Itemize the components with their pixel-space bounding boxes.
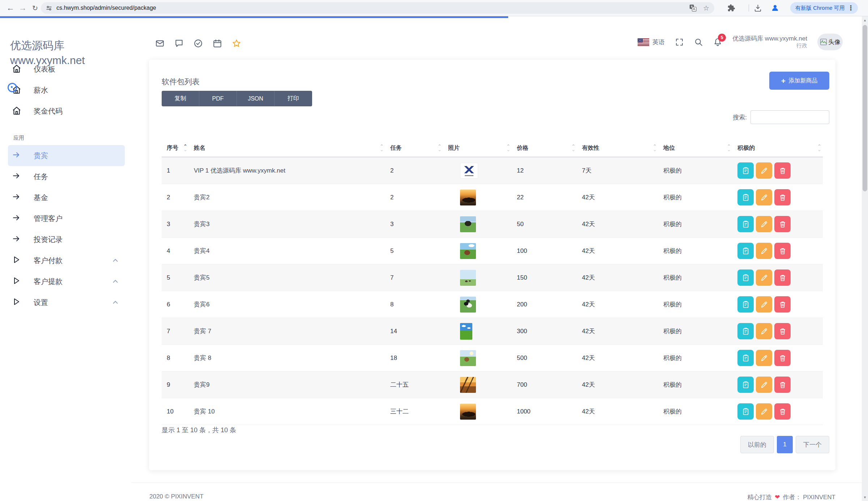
copy-button[interactable]: 复制 bbox=[162, 91, 199, 106]
column-header-姓名[interactable]: 姓名⌃⌄ bbox=[189, 139, 385, 157]
delete-button[interactable] bbox=[774, 269, 791, 286]
cell-serial: 7 bbox=[162, 318, 189, 345]
row-photo-holstein-cow bbox=[460, 297, 476, 313]
sidebar-item-客户提款[interactable]: 客户提款 bbox=[8, 271, 125, 292]
notifications-button[interactable]: 5 bbox=[713, 38, 722, 47]
edit-button[interactable] bbox=[756, 350, 772, 366]
user-menu[interactable]: 优选源码库 www.yxymk.net 行政 bbox=[732, 35, 807, 49]
address-bar[interactable]: cs.hwym.shop/admin/secured/package ☆ bbox=[41, 2, 714, 14]
delete-button[interactable] bbox=[774, 350, 791, 366]
forward-icon[interactable]: → bbox=[17, 0, 29, 16]
column-label: 积极的 bbox=[737, 145, 755, 151]
delete-button[interactable] bbox=[774, 323, 791, 339]
chat-icon[interactable] bbox=[174, 39, 184, 48]
clipboard-button[interactable] bbox=[737, 350, 754, 366]
language-selector[interactable]: 英语 bbox=[638, 38, 665, 46]
cell-status: 积极的 bbox=[658, 318, 732, 345]
delete-button[interactable] bbox=[774, 243, 791, 259]
calendar-icon[interactable] bbox=[213, 39, 222, 48]
scroll-down-arrow[interactable]: ▼ bbox=[862, 494, 868, 500]
json-button[interactable]: JSON bbox=[237, 91, 275, 106]
edit-button[interactable] bbox=[756, 189, 772, 205]
table-header-row: 序号⌃⌄姓名⌃⌄任务⌃⌄照片⌃⌄价格⌃⌄有效性⌃⌄地位⌃⌄积极的⌃⌄ bbox=[162, 139, 823, 157]
clipboard-button[interactable] bbox=[737, 377, 754, 393]
sidebar-item-客户付款[interactable]: 客户付款 bbox=[8, 250, 125, 271]
clipboard-button[interactable] bbox=[737, 269, 754, 286]
fullscreen-icon[interactable] bbox=[675, 38, 684, 47]
cell-name: 贵宾2 bbox=[189, 184, 385, 211]
trash-icon bbox=[779, 381, 787, 389]
column-header-任务[interactable]: 任务⌃⌄ bbox=[385, 139, 443, 157]
pdf-button[interactable]: PDF bbox=[199, 91, 237, 106]
search-input[interactable] bbox=[750, 110, 829, 124]
column-header-地位[interactable]: 地位⌃⌄ bbox=[658, 139, 732, 157]
download-icon[interactable] bbox=[752, 0, 764, 16]
table-body: 1VIP 1 优选源码库 www.yxymk.net2127天积极的2贵宾222… bbox=[162, 157, 823, 425]
previous-page-button[interactable]: 以前的 bbox=[740, 436, 774, 453]
scroll-up-arrow[interactable]: ▲ bbox=[862, 17, 868, 23]
clipboard-button[interactable] bbox=[737, 323, 754, 339]
back-icon[interactable]: ← bbox=[4, 0, 17, 16]
star-icon[interactable] bbox=[232, 39, 241, 48]
bookmark-star-icon[interactable]: ☆ bbox=[703, 4, 709, 12]
column-header-价格[interactable]: 价格⌃⌄ bbox=[512, 139, 577, 157]
sidebar-item-管理客户[interactable]: 管理客户 bbox=[8, 208, 125, 229]
edit-button[interactable] bbox=[756, 296, 772, 313]
delete-button[interactable] bbox=[774, 403, 791, 420]
extensions-icon[interactable] bbox=[725, 0, 737, 16]
delete-button[interactable] bbox=[774, 216, 791, 232]
edit-button[interactable] bbox=[756, 243, 772, 259]
edit-button[interactable] bbox=[756, 216, 772, 232]
delete-button[interactable] bbox=[774, 189, 791, 205]
edit-button[interactable] bbox=[756, 269, 772, 286]
chrome-update-button[interactable]: 有新版 Chrome 可用 ⋮ bbox=[790, 2, 858, 14]
add-product-button[interactable]: + 添加新商品 bbox=[769, 72, 829, 90]
window-scrollbar[interactable]: ▲ ▼ bbox=[862, 16, 868, 501]
sidebar-item-薪水[interactable]: 薪水 bbox=[8, 80, 125, 101]
profile-icon[interactable] bbox=[769, 0, 781, 16]
current-page-button[interactable]: 1 bbox=[777, 436, 793, 453]
menu-dots-icon[interactable]: ⋮ bbox=[848, 5, 854, 11]
column-header-照片[interactable]: 照片⌃⌄ bbox=[443, 139, 512, 157]
check-circle-icon[interactable] bbox=[193, 39, 203, 48]
sidebar-item-奖金代码[interactable]: 奖金代码 bbox=[8, 101, 125, 122]
clipboard-button[interactable] bbox=[737, 189, 754, 205]
clipboard-button[interactable] bbox=[737, 403, 754, 420]
clipboard-button[interactable] bbox=[737, 243, 754, 259]
sidebar-item-任务[interactable]: 任务 bbox=[8, 166, 125, 187]
column-header-有效性[interactable]: 有效性⌃⌄ bbox=[577, 139, 658, 157]
table-row: 2贵宾222242天积极的 bbox=[162, 184, 823, 211]
cell-photo bbox=[443, 264, 512, 291]
site-info-icon[interactable] bbox=[46, 5, 52, 11]
chevron-up-icon bbox=[112, 280, 118, 283]
edit-button[interactable] bbox=[756, 377, 772, 393]
clipboard-button[interactable] bbox=[737, 162, 754, 179]
scrollbar-thumb[interactable] bbox=[863, 25, 867, 191]
edit-button[interactable] bbox=[756, 403, 772, 420]
column-header-序号[interactable]: 序号⌃⌄ bbox=[162, 139, 189, 157]
column-header-积极的[interactable]: 积极的⌃⌄ bbox=[732, 139, 823, 157]
clipboard-button[interactable] bbox=[737, 216, 754, 232]
sidebar-item-基金[interactable]: 基金 bbox=[8, 187, 125, 208]
mail-icon[interactable] bbox=[155, 39, 165, 48]
edit-button[interactable] bbox=[756, 323, 772, 339]
clipboard-button[interactable] bbox=[737, 296, 754, 313]
search-icon[interactable] bbox=[694, 38, 703, 47]
triangle-right-icon bbox=[12, 297, 22, 307]
reload-icon[interactable]: ↻ bbox=[29, 0, 41, 16]
print-button[interactable]: 打印 bbox=[275, 91, 312, 106]
sidebar-item-贵宾[interactable]: 贵宾 bbox=[8, 145, 125, 166]
avatar[interactable]: 头像 bbox=[817, 34, 843, 50]
delete-button[interactable] bbox=[774, 296, 791, 313]
sidebar-item-设置[interactable]: 设置 bbox=[8, 292, 125, 313]
brand-logo[interactable]: 优选源码库 www.yxymk.net bbox=[10, 38, 85, 68]
pencil-icon bbox=[760, 167, 768, 175]
translate-icon[interactable] bbox=[689, 4, 697, 12]
sidebar-item-投资记录[interactable]: 投资记录 bbox=[8, 229, 125, 250]
next-page-button[interactable]: 下一个 bbox=[796, 436, 829, 453]
edit-button[interactable] bbox=[756, 162, 772, 179]
cell-serial: 3 bbox=[162, 211, 189, 238]
delete-button[interactable] bbox=[774, 162, 791, 179]
delete-button[interactable] bbox=[774, 377, 791, 393]
arrow-right-icon bbox=[12, 213, 22, 224]
